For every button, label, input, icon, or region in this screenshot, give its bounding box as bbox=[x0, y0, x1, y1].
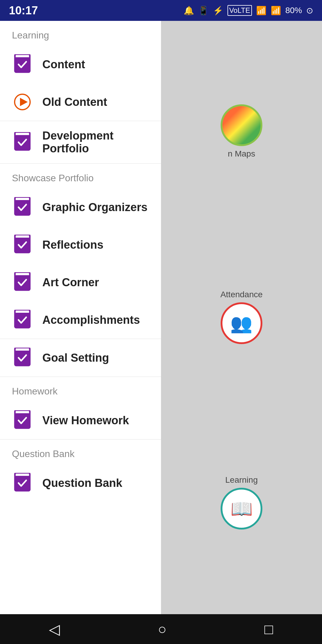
graphic-organizers-icon-wrapper bbox=[12, 197, 33, 218]
svg-rect-19 bbox=[15, 476, 30, 491]
graphic-organizers-icon bbox=[14, 197, 31, 217]
attendance-label: Attendance bbox=[220, 290, 263, 299]
content-icon bbox=[14, 54, 31, 75]
svg-rect-15 bbox=[15, 351, 30, 366]
view-homework-icon bbox=[14, 410, 31, 431]
phone-icon: 📱 bbox=[198, 6, 209, 16]
learning-bg-label: Learning bbox=[225, 475, 258, 485]
art-corner-icon bbox=[14, 272, 31, 292]
learning-circle: 📖 bbox=[221, 488, 262, 530]
signal-icon: 📶 bbox=[271, 6, 281, 16]
background-content: n Maps Attendance 👥 Learning 📖 ✏️ ractic… bbox=[161, 21, 322, 644]
section-label-showcase: Showcase Portfolio bbox=[0, 164, 161, 188]
drawer: Learning Content Old Content bbox=[0, 21, 161, 644]
svg-marker-3 bbox=[20, 98, 28, 106]
wifi-icon: 📶 bbox=[256, 6, 267, 16]
status-time: 10:17 bbox=[9, 4, 38, 17]
section-label-homework: Homework bbox=[0, 377, 161, 402]
goal-setting-label: Goal Setting bbox=[42, 352, 109, 364]
development-portfolio-label: Development Portfolio bbox=[42, 129, 149, 155]
back-icon: ◁ bbox=[49, 621, 60, 637]
bottom-nav: ◁ ○ □ bbox=[0, 614, 322, 644]
home-icon: ○ bbox=[158, 621, 166, 637]
accomplishments-icon bbox=[14, 310, 31, 330]
menu-item-old-content[interactable]: Old Content bbox=[0, 83, 161, 121]
menu-item-view-homework[interactable]: View Homework bbox=[0, 402, 161, 439]
donotdisturb-icon: ⊙ bbox=[306, 6, 313, 16]
maps-card: n Maps bbox=[221, 104, 262, 159]
menu-item-goal-setting[interactable]: Goal Setting bbox=[0, 339, 161, 377]
section-label-question-bank: Question Bank bbox=[0, 439, 161, 464]
question-bank-icon bbox=[14, 473, 31, 493]
old-content-icon bbox=[13, 93, 31, 111]
svg-rect-1 bbox=[15, 57, 30, 72]
maps-circle bbox=[221, 104, 262, 146]
svg-rect-7 bbox=[15, 200, 30, 215]
maps-label: n Maps bbox=[228, 149, 255, 159]
dev-portfolio-icon bbox=[14, 132, 31, 152]
volte-icon: VoLTE bbox=[227, 5, 252, 16]
home-button[interactable]: ○ bbox=[158, 621, 166, 637]
reflections-icon bbox=[14, 235, 31, 255]
section-label-learning: Learning bbox=[0, 21, 161, 46]
goal-setting-icon bbox=[14, 348, 31, 368]
recents-button[interactable]: □ bbox=[264, 621, 273, 637]
back-button[interactable]: ◁ bbox=[49, 621, 60, 637]
view-homework-icon-wrapper bbox=[12, 410, 33, 431]
bluetooth-icon: ⚡ bbox=[213, 6, 223, 16]
menu-item-accomplishments[interactable]: Accomplishments bbox=[0, 301, 161, 339]
menu-item-reflections[interactable]: Reflections bbox=[0, 226, 161, 264]
menu-item-development-portfolio[interactable]: Development Portfolio bbox=[0, 121, 161, 163]
attendance-icon: 👥 bbox=[230, 313, 253, 334]
status-bar: 10:17 🔔 📱 ⚡ VoLTE 📶 📶 80% ⊙ bbox=[0, 0, 322, 21]
menu-item-content[interactable]: Content bbox=[0, 46, 161, 83]
art-corner-label: Art Corner bbox=[42, 276, 99, 289]
view-homework-label: View Homework bbox=[42, 414, 129, 427]
svg-rect-17 bbox=[15, 413, 30, 428]
dev-portfolio-icon-wrapper bbox=[12, 132, 33, 153]
graphic-organizers-label: Graphic Organizers bbox=[42, 201, 148, 214]
question-bank-label: Question Bank bbox=[42, 477, 122, 490]
svg-rect-13 bbox=[15, 313, 30, 328]
menu-item-graphic-organizers[interactable]: Graphic Organizers bbox=[0, 188, 161, 226]
attendance-circle: 👥 bbox=[221, 302, 262, 344]
old-content-icon-wrapper bbox=[12, 92, 33, 112]
alarm-icon: 🔔 bbox=[184, 6, 194, 16]
learning-icon: 📖 bbox=[230, 498, 253, 519]
recents-icon: □ bbox=[264, 621, 273, 637]
question-bank-icon-wrapper bbox=[12, 473, 33, 493]
content-label: Content bbox=[42, 58, 85, 71]
svg-rect-11 bbox=[15, 275, 30, 290]
learning-bg-card: Learning 📖 bbox=[221, 475, 262, 530]
goal-setting-icon-wrapper bbox=[12, 347, 33, 368]
content-icon-wrapper bbox=[12, 54, 33, 75]
svg-rect-9 bbox=[15, 238, 30, 253]
art-corner-icon-wrapper bbox=[12, 272, 33, 293]
old-content-label: Old Content bbox=[42, 96, 107, 109]
status-icons: 🔔 📱 ⚡ VoLTE 📶 📶 80% ⊙ bbox=[184, 5, 313, 16]
reflections-label: Reflections bbox=[42, 239, 103, 251]
svg-rect-5 bbox=[15, 135, 30, 150]
accomplishments-label: Accomplishments bbox=[42, 314, 140, 326]
menu-item-art-corner[interactable]: Art Corner bbox=[0, 264, 161, 301]
reflections-icon-wrapper bbox=[12, 234, 33, 255]
accomplishments-icon-wrapper bbox=[12, 309, 33, 330]
battery-text: 80% bbox=[285, 6, 302, 15]
menu-item-question-bank[interactable]: Question Bank bbox=[0, 464, 161, 502]
attendance-card: Attendance 👥 bbox=[220, 290, 263, 344]
